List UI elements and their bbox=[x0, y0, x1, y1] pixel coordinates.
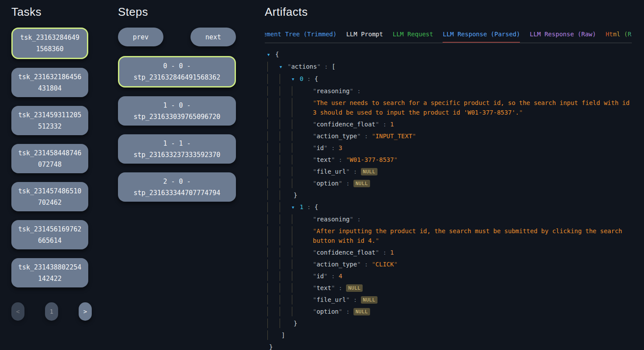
step-button[interactable]: 1 - 1 - stp_231633237333592370 bbox=[118, 134, 236, 164]
indent-guide bbox=[280, 74, 292, 84]
indent-guide bbox=[280, 167, 292, 176]
json-line-content: "text" : "W01-377-8537" bbox=[304, 155, 398, 164]
json-line: "text" : NULL bbox=[265, 283, 632, 295]
json-line-content: ] bbox=[280, 330, 285, 340]
prev-step-button[interactable]: prev bbox=[118, 28, 163, 46]
indent-guide bbox=[267, 143, 280, 153]
indent-guide bbox=[292, 131, 304, 141]
indent-guide bbox=[267, 283, 280, 293]
task-button[interactable]: tsk_231458448746072748 bbox=[11, 144, 88, 173]
indent-guide bbox=[280, 202, 292, 212]
artifact-tab[interactable]: Element Tree (Trimmed) bbox=[265, 31, 336, 42]
json-line: } bbox=[265, 318, 632, 330]
collapse-toggle-icon[interactable]: ▼ bbox=[292, 202, 300, 212]
step-button[interactable]: 1 - 0 - stp_231633039765096720 bbox=[118, 96, 236, 126]
step-button[interactable]: 0 - 0 - stp_231632846491568362 bbox=[118, 56, 236, 88]
task-button[interactable]: tsk_231632846491568360 bbox=[11, 28, 88, 59]
step-nav: prev next bbox=[118, 28, 236, 46]
json-line-content: } bbox=[292, 190, 297, 200]
indent-guide bbox=[292, 259, 304, 269]
json-line-content: "action_type" : "INPUT_TEXT" bbox=[304, 131, 416, 141]
artifact-tab[interactable]: LLM Response (Parsed) bbox=[443, 31, 520, 43]
json-line-content: "confidence_float" : 1 bbox=[304, 119, 394, 129]
pagination-next-button[interactable]: > bbox=[79, 302, 92, 321]
indent-guide bbox=[267, 119, 280, 129]
artifact-tab[interactable]: LLM Request bbox=[393, 31, 433, 42]
indent-guide bbox=[280, 143, 292, 153]
json-line-content: 1 : { bbox=[300, 202, 318, 212]
indent-guide bbox=[280, 259, 292, 269]
task-button[interactable]: tsk_231457486510702462 bbox=[11, 182, 88, 211]
step-list: 0 - 0 - stp_2316328464915683621 - 0 - st… bbox=[118, 56, 236, 202]
artifact-tab[interactable]: LLM Prompt bbox=[346, 31, 383, 42]
task-button[interactable]: tsk_231456169762665614 bbox=[11, 220, 88, 249]
indent-guide bbox=[267, 167, 280, 176]
json-line: "option" : NULL bbox=[265, 178, 632, 190]
indent-guide bbox=[267, 178, 280, 188]
indent-guide bbox=[267, 202, 280, 212]
indent-guide bbox=[267, 307, 280, 316]
json-line: ▼0 : { bbox=[265, 74, 632, 86]
indent-guide bbox=[292, 155, 304, 164]
artifact-tab[interactable]: Html (Raw) bbox=[606, 31, 632, 42]
indent-guide bbox=[292, 271, 304, 281]
indent-guide bbox=[292, 167, 304, 176]
json-line: "file_url" : NULL bbox=[265, 167, 632, 178]
collapse-toggle-icon[interactable]: ▼ bbox=[267, 49, 275, 60]
next-step-button[interactable]: next bbox=[190, 28, 236, 46]
indent-guide bbox=[292, 178, 304, 188]
json-line: "option" : NULL bbox=[265, 307, 632, 318]
json-line-content: "action_type" : "CLICK" bbox=[304, 259, 398, 269]
indent-guide bbox=[267, 318, 280, 328]
null-badge: NULL bbox=[361, 168, 378, 175]
json-line-content: "reasoning" : bbox=[304, 214, 361, 224]
collapse-toggle-icon[interactable]: ▼ bbox=[280, 62, 287, 72]
json-line-content: "option" : NULL bbox=[304, 178, 370, 188]
indent-guide bbox=[267, 226, 280, 245]
json-line: } bbox=[265, 342, 632, 350]
indent-guide bbox=[267, 98, 280, 117]
tasks-title: Tasks bbox=[11, 5, 92, 19]
collapse-toggle-icon[interactable]: ▼ bbox=[292, 74, 300, 84]
artifact-tab[interactable]: LLM Response (Raw) bbox=[530, 31, 596, 42]
artifacts-title: Artifacts bbox=[265, 5, 632, 19]
indent-guide bbox=[280, 190, 292, 200]
indent-guide bbox=[292, 143, 304, 153]
json-line-content: "After inputting the product id, the sea… bbox=[304, 226, 632, 245]
pagination-page-button[interactable]: 1 bbox=[45, 302, 58, 321]
json-viewer: ▼{▼"actions" : [▼0 : {"reasoning" :"The … bbox=[265, 49, 632, 350]
json-line-content: "text" : NULL bbox=[304, 283, 363, 293]
json-line: "file_url" : NULL bbox=[265, 295, 632, 307]
step-button[interactable]: 2 - 0 - stp_231633344707774794 bbox=[118, 172, 236, 202]
task-button[interactable]: tsk_231459311205512332 bbox=[11, 106, 88, 135]
task-list: tsk_231632846491568360tsk_23163218645643… bbox=[11, 28, 92, 287]
json-line: "After inputting the product id, the sea… bbox=[265, 226, 632, 248]
json-line: ▼1 : { bbox=[265, 202, 632, 214]
null-badge: NULL bbox=[353, 180, 370, 187]
indent-guide bbox=[292, 283, 304, 293]
indent-guide bbox=[267, 155, 280, 164]
indent-guide bbox=[280, 131, 292, 141]
json-line-content: { bbox=[275, 49, 279, 60]
steps-title: Steps bbox=[118, 5, 236, 19]
indent-guide bbox=[280, 226, 292, 245]
json-line-content: "confidence_float" : 1 bbox=[304, 248, 394, 257]
indent-guide bbox=[267, 62, 280, 72]
indent-guide bbox=[267, 259, 280, 269]
json-line-content: "actions" : [ bbox=[287, 62, 336, 72]
json-line-content: "id" : 4 bbox=[304, 271, 342, 281]
json-line-content: "file_url" : NULL bbox=[304, 295, 377, 304]
task-button[interactable]: tsk_231632186456431804 bbox=[11, 68, 88, 97]
json-line: "confidence_float" : 1 bbox=[265, 119, 632, 131]
json-line: "action_type" : "CLICK" bbox=[265, 259, 632, 271]
indent-guide bbox=[280, 178, 292, 188]
task-button[interactable]: tsk_231438802254142422 bbox=[11, 258, 88, 287]
indent-guide bbox=[267, 190, 280, 200]
pagination-prev-button[interactable]: < bbox=[11, 302, 24, 321]
json-line: "reasoning" : bbox=[265, 214, 632, 226]
artifacts-panel: Artifacts Element Tree (Trimmed)LLM Prom… bbox=[265, 5, 632, 350]
indent-guide bbox=[267, 131, 280, 141]
indent-guide bbox=[292, 295, 304, 304]
json-line-content: "id" : 3 bbox=[304, 143, 342, 153]
json-line-content: "option" : NULL bbox=[304, 307, 370, 316]
